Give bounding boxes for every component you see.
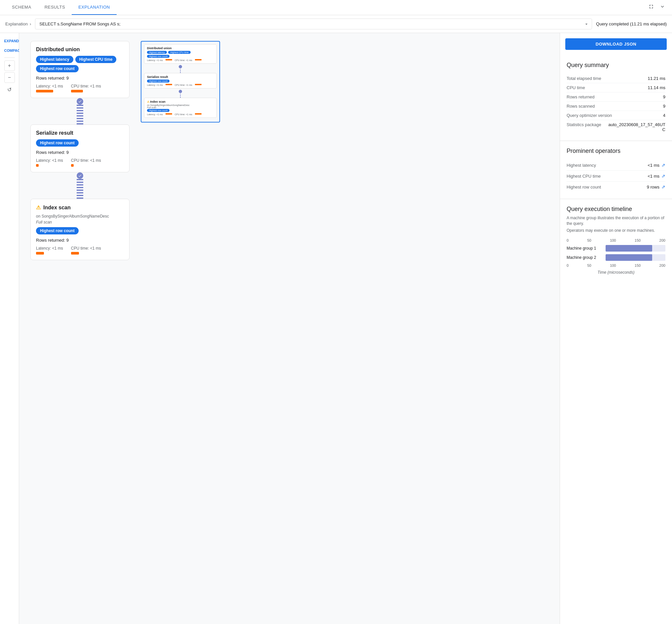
query-select[interactable]: SELECT s.SongName FROM Songs AS s; xyxy=(35,19,592,29)
prominent-row-0: Highest latency <1 ms ⇗ xyxy=(567,160,665,171)
summary-value-1: 11.14 ms xyxy=(648,85,665,90)
mini-dot-1 xyxy=(179,65,182,68)
cpu-bar-3 xyxy=(71,252,79,255)
zoom-in-btn[interactable]: + xyxy=(4,60,15,71)
fullscreen-icon[interactable] xyxy=(647,2,655,12)
mini-latency-bar-2 xyxy=(166,84,172,85)
timeline-section: Query execution timeline A machine group… xyxy=(560,199,672,281)
mini-warning-icon: ⚠ xyxy=(147,100,150,103)
badge-highest-row-count-3[interactable]: Highest row count xyxy=(36,227,79,234)
reset-btn[interactable]: ↺ xyxy=(4,84,15,95)
connector-striped-1 xyxy=(77,105,83,125)
main-layout: EXPANDED COMPACT + − ↺ Distributed union… xyxy=(0,33,672,624)
connector-dot-1 xyxy=(77,98,83,105)
timeline-desc-2: Operators may execute on one or more mac… xyxy=(567,228,665,233)
link-icon-2[interactable]: ⇗ xyxy=(662,184,665,189)
axis-200: 200 xyxy=(659,238,665,242)
chart-axis-bottom: 0 50 100 150 200 xyxy=(567,263,665,267)
zoom-out-btn[interactable]: − xyxy=(4,72,15,83)
mini-latency-label-1: Latency: <1 ms xyxy=(147,59,163,61)
tab-results[interactable]: RESULTS xyxy=(38,0,72,15)
latency-bar-2 xyxy=(36,164,39,167)
summary-value-3: 9 xyxy=(663,104,665,109)
mini-cpu-label-2: CPU time: <1 ms xyxy=(175,84,192,86)
mini-badges-1: Highest latency Highest CPU time Highest… xyxy=(147,51,214,58)
expanded-btn[interactable]: EXPANDED xyxy=(2,37,18,45)
mini-cpu-bar-3 xyxy=(195,113,202,114)
latency-bar-3 xyxy=(36,252,44,255)
mini-node-title-3: ⚠ Index scan xyxy=(147,100,214,103)
bar-row-1: Machine group 2 xyxy=(567,254,665,261)
mini-latency-label-2: Latency: <1 ms xyxy=(147,84,163,86)
summary-value-0: 11.21 ms xyxy=(648,76,665,81)
tab-explanation[interactable]: EXPLANATION xyxy=(72,0,117,15)
node-index-scan[interactable]: ⚠ Index scan on SongsBySingerAlbumSongNa… xyxy=(30,199,129,260)
prominent-value-2: 9 rows ⇗ xyxy=(647,184,665,189)
axis-50: 50 xyxy=(588,238,591,242)
metric-latency-1: Latency: <1 ms xyxy=(36,84,63,93)
badge-highest-cpu-time[interactable]: Highest CPU time xyxy=(75,56,117,63)
bar-fill-1 xyxy=(605,254,652,261)
query-summary-section: Query summary Total elapsed time 11.21 m… xyxy=(560,55,672,141)
mini-cpu-label-3: CPU time: <1 ms xyxy=(175,113,192,115)
metric-cpu-2: CPU time: <1 ms xyxy=(71,158,101,167)
summary-value-4: 4 xyxy=(663,113,665,118)
link-icon-1[interactable]: ⇗ xyxy=(662,173,665,179)
mini-badge-cpu: Highest CPU time xyxy=(168,51,191,54)
bar-track-1 xyxy=(605,254,665,261)
download-json-btn[interactable]: DOWNLOAD JSON xyxy=(565,38,667,50)
diagram-area: Distributed union Highest latency Highes… xyxy=(19,33,560,624)
mini-latency-bar-1 xyxy=(166,59,172,60)
metrics-serialize-result: Latency: <1 ms CPU time: <1 ms xyxy=(36,158,124,167)
node-subtitle-index-scan: on SongsBySingerAlbumSongNameDesc xyxy=(36,214,124,218)
summary-row-3: Rows scanned 9 xyxy=(567,102,665,111)
mini-badge-rows: Highest row count xyxy=(147,55,170,58)
node-distributed-union[interactable]: Distributed union Highest latency Highes… xyxy=(30,41,129,98)
query-status: Query completed (11.21 ms elapsed) xyxy=(596,22,667,26)
summary-label-5: Statistics package xyxy=(567,122,601,132)
badges-distributed-union: Highest latency Highest CPU time Highest… xyxy=(36,56,124,72)
summary-row-4: Query optimizer version 4 xyxy=(567,111,665,120)
axis-bottom-0: 0 xyxy=(567,263,569,267)
badge-highest-row-count[interactable]: Highest row count xyxy=(36,65,79,72)
breadcrumb-label: Explanation xyxy=(5,22,28,26)
chart-bars: Machine group 1 Machine group 2 xyxy=(567,245,665,261)
summary-row-5: Statistics package auto_20230608_17_57_4… xyxy=(567,120,665,134)
compact-btn[interactable]: COMPACT xyxy=(2,47,18,55)
badge-highest-row-count-2[interactable]: Highest row count xyxy=(36,139,79,147)
query-bar: Explanation › SELECT s.SongName FROM Son… xyxy=(0,15,672,33)
bar-label-0: Machine group 1 xyxy=(567,246,603,251)
link-icon-0[interactable]: ⇗ xyxy=(662,162,665,168)
expand-icon[interactable] xyxy=(658,2,667,12)
node-rows-index-scan: Rows returned: 9 xyxy=(36,238,124,243)
summary-label-4: Query optimizer version xyxy=(567,113,612,118)
connector-striped-2 xyxy=(77,179,83,199)
left-toolbar: EXPANDED COMPACT + − ↺ xyxy=(0,33,19,624)
cpu-bar-1 xyxy=(71,90,83,93)
mini-badge-latency: Highest latency xyxy=(147,51,167,54)
mini-node-title-2: Serialize result xyxy=(147,75,214,79)
prominent-value-1: <1 ms ⇗ xyxy=(648,173,665,179)
badges-index-scan: Highest row count xyxy=(36,227,124,234)
node-title-index-scan: ⚠ Index scan xyxy=(36,204,124,211)
chart-axis-top: 0 50 100 150 200 xyxy=(567,238,665,242)
cpu-bar-2 xyxy=(71,164,74,167)
connector-2 xyxy=(77,172,83,199)
badge-highest-latency[interactable]: Highest latency xyxy=(36,56,73,63)
mini-subtitle-3: on SongsBySingerAlbumSongNameDesc xyxy=(147,104,214,106)
timeline-desc-1: A machine group illustrates the executio… xyxy=(567,215,665,227)
summary-label-3: Rows scanned xyxy=(567,104,595,109)
summary-row-0: Total elapsed time 11.21 ms xyxy=(567,74,665,83)
badges-serialize-result: Highest row count xyxy=(36,139,124,147)
summary-value-2: 9 xyxy=(663,95,665,99)
prominent-operators-section: Prominent operators Highest latency <1 m… xyxy=(560,141,672,199)
mini-dot-2 xyxy=(179,90,182,93)
node-serialize-result[interactable]: Serialize result Highest row count Rows … xyxy=(30,125,129,172)
mini-node-2: Serialize result Highest row count Laten… xyxy=(144,73,217,88)
mini-metrics-1: Latency: <1 ms CPU time: <1 ms xyxy=(147,59,214,61)
mini-node-title-1: Distributed union xyxy=(147,47,214,50)
tab-schema[interactable]: SCHEMA xyxy=(5,0,38,15)
axis-bottom-200: 200 xyxy=(659,263,665,267)
query-summary-title: Query summary xyxy=(567,62,665,69)
mini-latency-bar-3 xyxy=(166,113,172,114)
